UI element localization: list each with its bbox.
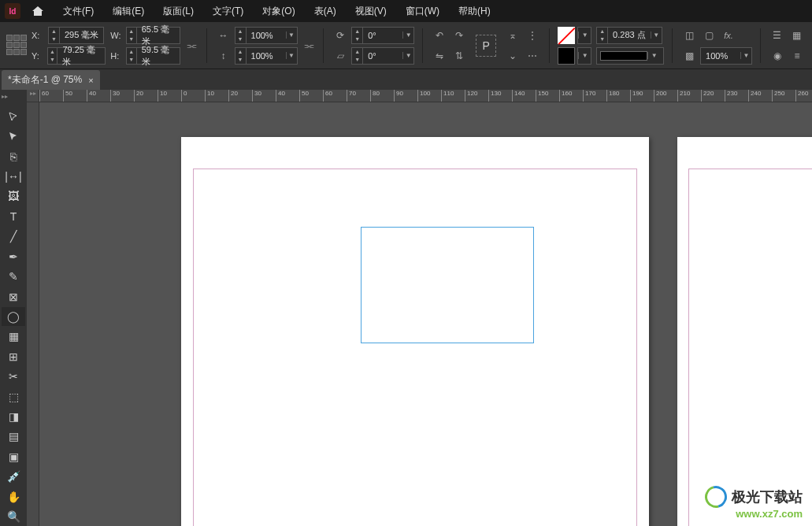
y-input[interactable]: ▲▼79.25 毫米: [47, 47, 106, 65]
reference-point[interactable]: [6, 35, 27, 57]
canvas[interactable]: ▸▸ 6050403020100102030405060708090100110…: [27, 90, 812, 526]
align-top-icon[interactable]: ⌅: [504, 27, 521, 44]
drop-shadow-icon[interactable]: ◉: [769, 47, 786, 65]
line-tool[interactable]: ╱: [2, 228, 25, 246]
page-1-margin: [193, 169, 637, 526]
fill-dropdown[interactable]: ▼: [577, 27, 591, 44]
rotate-icon: ⟳: [332, 27, 349, 44]
content-collector-tool[interactable]: 🖼: [2, 187, 25, 206]
ellipse-tool[interactable]: ◯: [2, 307, 25, 325]
rectangle-frame-tool[interactable]: ⊠: [2, 287, 25, 306]
align-distribute-icon[interactable]: ⋮: [524, 27, 541, 44]
document-tabs: *未命名-1 @ 75% ×: [0, 69, 812, 90]
menu-view[interactable]: 视图(V): [347, 2, 395, 21]
menu-bar: Id 文件(F) 编辑(E) 版面(L) 文字(T) 对象(O) 表(A) 视图…: [0, 0, 812, 22]
scale-x-input[interactable]: ▲▼100%▼: [235, 27, 298, 44]
h-label: H:: [110, 51, 124, 61]
watermark: 极光下载站 www.xz7.com: [705, 486, 803, 520]
toolbox: ⎘ |↔| 🖼 T ╱ ✒ ✎ ⊠ ◯ ▦ ⊞ ✂ ⬚ ◨ ▤ ▣ 💉 ✋ 🔍: [0, 90, 27, 526]
stroke-fill-swatch[interactable]: [558, 47, 575, 65]
stroke-fill-dropdown[interactable]: ▼: [577, 47, 591, 65]
menu-edit[interactable]: 编辑(E): [105, 2, 152, 21]
watermark-brand: 极光下载站: [732, 487, 803, 506]
menu-table[interactable]: 表(A): [306, 2, 344, 21]
constrain-wh-icon[interactable]: ⫘: [185, 31, 198, 60]
eyedropper-tool[interactable]: 💉: [2, 468, 25, 486]
free-transform-tool[interactable]: ⬚: [2, 387, 25, 406]
menu-layout[interactable]: 版面(L): [155, 2, 202, 21]
hand-tool[interactable]: ✋: [2, 487, 25, 506]
tab-title: *未命名-1 @ 75%: [8, 73, 82, 87]
scale-x-icon: ↔: [215, 27, 232, 44]
w-label: W:: [110, 31, 124, 40]
rectangle-frame[interactable]: [361, 227, 534, 343]
page-tool[interactable]: ⎘: [2, 147, 25, 165]
page-2: ◂ ◂ ◂: [677, 137, 812, 526]
shear-icon: ▱: [332, 47, 349, 65]
text-wrap2-icon[interactable]: ▦: [788, 27, 806, 44]
menu-help[interactable]: 帮助(H): [450, 2, 499, 21]
w-input[interactable]: ▲▼65.5 毫米: [126, 27, 180, 44]
page-2-margin: [688, 169, 812, 526]
grid-tool[interactable]: ▦: [2, 328, 25, 346]
p-frame-icon[interactable]: P: [476, 35, 496, 57]
x-input[interactable]: ▲▼295 毫米: [48, 27, 104, 44]
rotate-cw-icon[interactable]: ↷: [450, 27, 468, 44]
pen-tool[interactable]: ✒: [2, 247, 25, 265]
stroke-weight-input[interactable]: ▲▼0.283 点▼: [596, 27, 662, 44]
opacity-icon: ▩: [680, 47, 698, 65]
ruler-origin[interactable]: ▸▸: [27, 90, 39, 102]
page-1: [181, 137, 649, 526]
wrap-icon[interactable]: ▢: [700, 27, 717, 44]
rotate-input[interactable]: ▲▼0°▼: [351, 27, 414, 44]
pencil-tool[interactable]: ✎: [2, 267, 25, 285]
rotate-ccw-icon[interactable]: ↶: [431, 27, 448, 44]
type-tool[interactable]: T: [2, 207, 25, 225]
scale-y-icon: ↕: [215, 47, 232, 65]
text-wrap3-icon[interactable]: ≡: [788, 47, 806, 65]
align-distribute2-icon[interactable]: ⋯: [524, 47, 541, 65]
tab-close-icon[interactable]: ×: [88, 76, 93, 85]
constrain-scale-icon[interactable]: ⫘: [302, 31, 316, 60]
watermark-url: www.xz7.com: [705, 508, 803, 520]
gradient-feather-tool[interactable]: ▤: [2, 428, 25, 446]
fill-swatch[interactable]: [558, 27, 575, 44]
opacity-input[interactable]: 100%▼: [700, 47, 752, 65]
y-label: Y:: [32, 51, 45, 61]
scissors-tool[interactable]: ✂: [2, 367, 25, 385]
gap-tool[interactable]: |↔|: [2, 167, 25, 185]
selection-tool[interactable]: [2, 107, 25, 125]
flip-v-icon[interactable]: ⇅: [450, 47, 468, 65]
stroke-style-dropdown[interactable]: ▼: [596, 47, 664, 65]
control-bar: X: ▲▼295 毫米 Y: ▲▼79.25 毫米 W: ▲▼65.5 毫米 H…: [0, 22, 812, 69]
zoom-tool[interactable]: 🔍: [2, 507, 25, 525]
h-input[interactable]: ▲▼59.5 毫米: [126, 47, 180, 65]
horizontal-ruler[interactable]: 6050403020100102030405060708090100110120…: [39, 90, 812, 102]
align-bottom-icon[interactable]: ⌄: [504, 47, 521, 65]
pasteboard: ◂ ◂ ◂: [39, 102, 812, 526]
scale-y-input[interactable]: ▲▼100%▼: [235, 47, 298, 65]
app-icon: Id: [5, 3, 20, 19]
workspace: ⎘ |↔| 🖼 T ╱ ✒ ✎ ⊠ ◯ ▦ ⊞ ✂ ⬚ ◨ ▤ ▣ 💉 ✋ 🔍 …: [0, 90, 812, 526]
text-wrap1-icon[interactable]: ☰: [769, 27, 786, 44]
home-icon[interactable]: [28, 2, 47, 20]
menu-object[interactable]: 对象(O): [254, 2, 302, 21]
gradient-swatch-tool[interactable]: ◨: [2, 407, 25, 425]
vertical-ruler[interactable]: [27, 102, 39, 526]
direct-selection-tool[interactable]: [2, 127, 25, 145]
menu-file[interactable]: 文件(F): [55, 2, 102, 21]
menu-type[interactable]: 文字(T): [205, 2, 251, 21]
document-tab[interactable]: *未命名-1 @ 75% ×: [2, 70, 100, 90]
grid2-tool[interactable]: ⊞: [2, 347, 25, 365]
fx-icon[interactable]: fx.: [720, 27, 737, 44]
shear-input[interactable]: ▲▼0°▼: [351, 47, 414, 65]
corner-icon[interactable]: ◫: [680, 27, 698, 44]
note-tool[interactable]: ▣: [2, 447, 25, 465]
menu-window[interactable]: 窗口(W): [398, 2, 447, 21]
x-label: X:: [32, 31, 46, 40]
flip-h-icon[interactable]: ⇋: [431, 47, 448, 65]
